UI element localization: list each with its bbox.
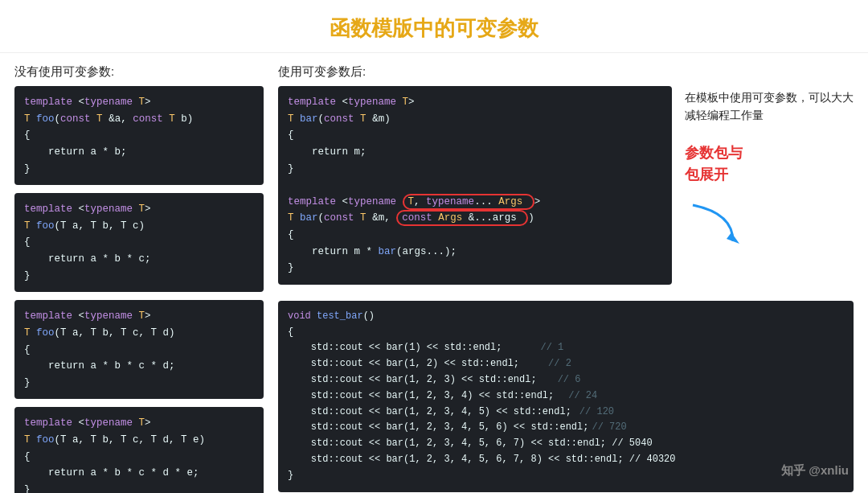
code-block-3: template <typename T> T foo(T a, T b, T … <box>14 300 264 399</box>
code-block-2: template <typename T> T foo(T a, T b, T … <box>14 193 264 292</box>
right-code-section: 使用可变参数后: template <typename T> T bar(con… <box>278 64 672 293</box>
left-label: 没有使用可变参数: <box>14 64 264 80</box>
right-column: 使用可变参数后: template <typename T> T bar(con… <box>278 64 854 488</box>
left-column: 没有使用可变参数: template <typename T> T foo(co… <box>14 64 264 488</box>
highlight-label: 参数包与包展开 <box>685 142 854 186</box>
annotation-text: 在模板中使用可变参数，可以大大减轻编程工作量 <box>685 88 854 125</box>
annotation-column: 在模板中使用可变参数，可以大大减轻编程工作量 参数包与包展开 <box>685 64 854 293</box>
page-title: 函数模版中的可变参数 <box>0 0 868 53</box>
watermark: 知乎 @xnliu <box>781 463 849 479</box>
right-code-block-bottom: void test_bar() { std::cout << bar(1) <<… <box>278 301 854 492</box>
code-block-1: template <typename T> T foo(const T &a, … <box>14 86 264 185</box>
code-block-4: template <typename T> T foo(T a, T b, T … <box>14 407 264 493</box>
arrow-container <box>685 192 854 245</box>
right-label: 使用可变参数后: <box>278 64 672 80</box>
right-code-block-top: template <typename T> T bar(const T &m) … <box>278 86 672 285</box>
arrow-icon <box>685 197 749 245</box>
